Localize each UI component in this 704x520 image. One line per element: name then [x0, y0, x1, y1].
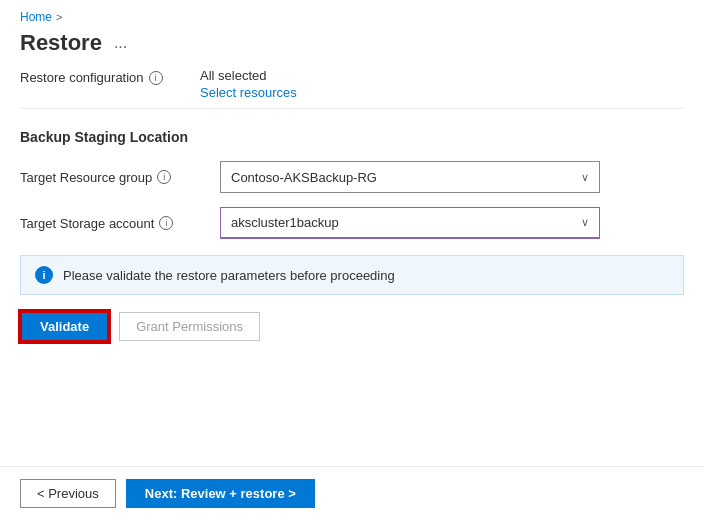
content-area: Restore configuration i All selected Sel…	[0, 68, 704, 466]
footer: < Previous Next: Review + restore >	[0, 466, 704, 520]
target-storage-account-info-icon[interactable]: i	[159, 216, 173, 230]
page-header: Restore ...	[20, 30, 684, 56]
next-button[interactable]: Next: Review + restore >	[126, 479, 315, 508]
restore-config-label-group: Restore configuration i	[20, 68, 200, 85]
info-banner-icon: i	[35, 266, 53, 284]
target-storage-account-dropdown-arrow: ∨	[581, 216, 589, 229]
target-resource-group-label: Target Resource group	[20, 170, 152, 185]
target-storage-account-label: Target Storage account	[20, 216, 154, 231]
backup-staging-title: Backup Staging Location	[20, 129, 684, 145]
action-row: Validate Grant Permissions	[20, 311, 684, 342]
page-title: Restore	[20, 30, 102, 56]
target-resource-group-dropdown-arrow: ∨	[581, 171, 589, 184]
restore-config-info-icon[interactable]: i	[149, 71, 163, 85]
target-resource-group-value: Contoso-AKSBackup-RG	[231, 170, 377, 185]
target-storage-account-row: Target Storage account i akscluster1back…	[20, 207, 684, 239]
info-banner-message: Please validate the restore parameters b…	[63, 268, 395, 283]
target-resource-group-label-group: Target Resource group i	[20, 170, 220, 185]
backup-staging-section: Backup Staging Location Target Resource …	[20, 129, 684, 239]
info-banner: i Please validate the restore parameters…	[20, 255, 684, 295]
ellipsis-menu-button[interactable]: ...	[110, 34, 131, 52]
grant-permissions-button[interactable]: Grant Permissions	[119, 312, 260, 341]
top-bar: Home > Restore ...	[0, 0, 704, 68]
all-selected-text: All selected	[200, 68, 297, 83]
select-resources-link[interactable]: Select resources	[200, 85, 297, 100]
target-storage-account-value: akscluster1backup	[231, 215, 339, 230]
restore-config-value-group: All selected Select resources	[200, 68, 297, 100]
target-storage-account-label-group: Target Storage account i	[20, 216, 220, 231]
target-resource-group-row: Target Resource group i Contoso-AKSBacku…	[20, 161, 684, 193]
breadcrumb-home-link[interactable]: Home	[20, 10, 52, 24]
validate-button[interactable]: Validate	[20, 311, 109, 342]
restore-config-row: Restore configuration i All selected Sel…	[20, 68, 684, 109]
previous-button[interactable]: < Previous	[20, 479, 116, 508]
page-container: Home > Restore ... Restore configuration…	[0, 0, 704, 520]
breadcrumb-separator: >	[56, 11, 62, 23]
breadcrumb: Home >	[20, 10, 684, 24]
restore-config-label: Restore configuration	[20, 70, 144, 85]
target-resource-group-info-icon[interactable]: i	[157, 170, 171, 184]
target-resource-group-dropdown[interactable]: Contoso-AKSBackup-RG ∨	[220, 161, 600, 193]
target-storage-account-dropdown[interactable]: akscluster1backup ∨	[220, 207, 600, 239]
